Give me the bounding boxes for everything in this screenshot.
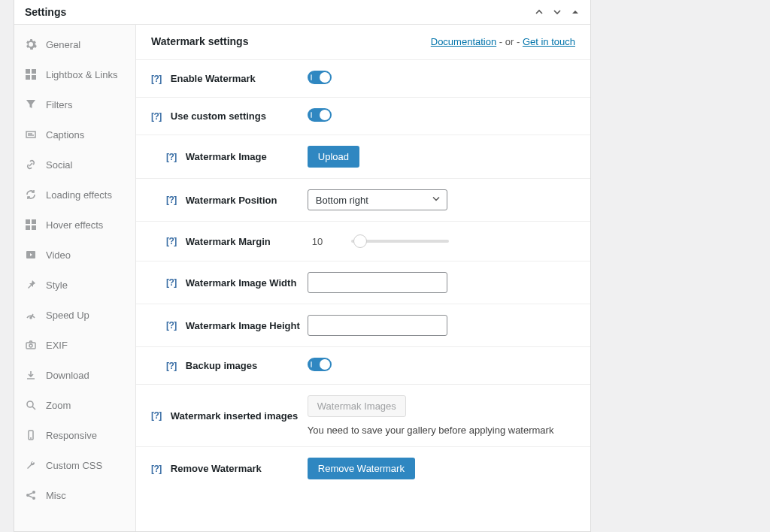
help-icon[interactable]: [?] <box>166 152 177 162</box>
link-icon <box>25 159 37 171</box>
sidebar-item-speedup[interactable]: Speed Up <box>14 300 135 330</box>
chevron-down-icon[interactable] <box>553 8 562 17</box>
wrench-icon <box>25 459 37 471</box>
sidebar-item-style[interactable]: Style <box>14 270 135 300</box>
row-label: Enable Watermark <box>171 73 308 84</box>
chevron-up-icon[interactable] <box>535 8 544 17</box>
row-label: Remove Watermark <box>171 463 308 474</box>
svg-line-24 <box>29 496 33 497</box>
chevron-down-icon <box>432 195 441 206</box>
sidebar-item-general[interactable]: General <box>14 29 135 59</box>
svg-rect-9 <box>26 225 30 230</box>
row-label: Watermark Margin <box>186 236 308 247</box>
help-icon[interactable]: [?] <box>151 74 162 84</box>
svg-rect-1 <box>32 69 36 74</box>
search-icon <box>25 399 37 411</box>
panel-header: Settings <box>14 0 590 25</box>
row-watermark-height: [?] Watermark Image Height <box>136 304 590 347</box>
sidebar-item-download[interactable]: Download <box>14 360 135 390</box>
svg-rect-2 <box>26 75 30 80</box>
sidebar-item-label: Filters <box>46 99 72 110</box>
sidebar-item-loading[interactable]: Loading effects <box>14 180 135 210</box>
sidebar-item-video[interactable]: Video <box>14 240 135 270</box>
sidebar-item-exif[interactable]: EXIF <box>14 330 135 360</box>
remove-watermark-button[interactable]: Remove Watermark <box>308 458 415 479</box>
content: Watermark settings Documentation - or - … <box>136 25 590 531</box>
collapse-icon[interactable] <box>571 8 580 17</box>
gauge-icon <box>25 309 37 321</box>
help-icon[interactable]: [?] <box>166 277 177 288</box>
panel-title: Settings <box>25 6 66 18</box>
row-watermark-width: [?] Watermark Image Width <box>136 261 590 304</box>
play-icon <box>25 249 37 261</box>
panel-body: General Lightbox & Links Filters Caption… <box>14 25 590 531</box>
sidebar-item-captions[interactable]: Captions <box>14 119 135 150</box>
sidebar-item-label: Responsive <box>46 430 97 441</box>
margin-slider[interactable] <box>351 240 449 243</box>
select-value: Bottom right <box>316 195 368 206</box>
panel-header-controls <box>535 8 580 17</box>
sidebar-item-label: Captions <box>46 129 84 141</box>
help-icon[interactable]: [?] <box>166 320 177 331</box>
svg-rect-7 <box>26 219 30 224</box>
sidebar-item-label: Video <box>46 249 71 261</box>
sidebar-item-label: Style <box>46 280 68 291</box>
row-label: Watermark Image Height <box>186 320 308 331</box>
slider-thumb[interactable] <box>353 234 367 248</box>
help-icon[interactable]: [?] <box>166 195 177 205</box>
sidebar-item-label: Loading effects <box>46 189 112 201</box>
camera-icon <box>25 339 37 351</box>
position-select[interactable]: Bottom right <box>308 189 447 210</box>
svg-rect-10 <box>32 225 36 230</box>
sidebar-item-misc[interactable]: Misc <box>14 480 135 510</box>
custom-settings-toggle[interactable] <box>308 108 332 122</box>
help-icon[interactable]: [?] <box>166 236 177 246</box>
sidebar-item-label: Hover effects <box>46 219 103 231</box>
get-in-touch-link[interactable]: Get in touch <box>523 36 575 47</box>
row-label: Use custom settings <box>171 110 308 122</box>
row-watermark-margin: [?] Watermark Margin <box>136 222 590 261</box>
sidebar-item-zoom[interactable]: Zoom <box>14 390 135 420</box>
svg-rect-3 <box>32 75 36 80</box>
pin-icon <box>25 279 37 291</box>
row-label: Watermark inserted images <box>171 410 308 422</box>
svg-rect-8 <box>32 219 36 224</box>
content-header: Watermark settings Documentation - or - … <box>136 25 590 60</box>
width-input[interactable] <box>308 272 447 293</box>
help-icon[interactable]: [?] <box>151 464 162 474</box>
svg-line-17 <box>32 407 35 410</box>
sidebar-item-hover[interactable]: Hover effects <box>14 210 135 240</box>
grid-icon <box>25 68 37 80</box>
backup-images-toggle[interactable] <box>308 358 332 371</box>
watermark-images-button[interactable]: Watermak Images <box>308 395 406 417</box>
help-icon[interactable]: [?] <box>166 361 177 371</box>
enable-watermark-toggle[interactable] <box>308 71 332 84</box>
documentation-link[interactable]: Documentation <box>431 36 496 47</box>
share-icon <box>25 489 37 501</box>
row-enable-watermark: [?] Enable Watermark <box>136 60 590 98</box>
help-icon[interactable]: [?] <box>151 111 162 122</box>
help-icon[interactable]: [?] <box>151 410 162 421</box>
sidebar-item-social[interactable]: Social <box>14 150 135 180</box>
sidebar-item-customcss[interactable]: Custom CSS <box>14 450 135 480</box>
row-label: Backup images <box>186 360 308 371</box>
content-title: Watermark settings <box>151 35 248 47</box>
row-label: Watermark Image <box>186 151 308 162</box>
upload-button[interactable]: Upload <box>308 146 359 168</box>
svg-point-16 <box>27 401 33 407</box>
filter-icon <box>25 98 37 110</box>
sidebar-item-label: Social <box>46 159 72 171</box>
svg-rect-4 <box>26 131 35 138</box>
refresh-icon <box>25 189 37 201</box>
sidebar-item-label: Download <box>46 370 89 381</box>
sidebar-item-filters[interactable]: Filters <box>14 89 135 119</box>
margin-input[interactable] <box>308 232 338 250</box>
link-separator: - or - <box>499 36 523 47</box>
sidebar-item-label: General <box>46 39 80 50</box>
content-links: Documentation - or - Get in touch <box>431 36 575 47</box>
height-input[interactable] <box>308 315 447 336</box>
sidebar-item-responsive[interactable]: Responsive <box>14 420 135 450</box>
inserted-note: You need to save your gallery before app… <box>308 425 554 436</box>
row-label: Watermark Position <box>186 195 308 206</box>
sidebar-item-lightbox[interactable]: Lightbox & Links <box>14 59 135 89</box>
